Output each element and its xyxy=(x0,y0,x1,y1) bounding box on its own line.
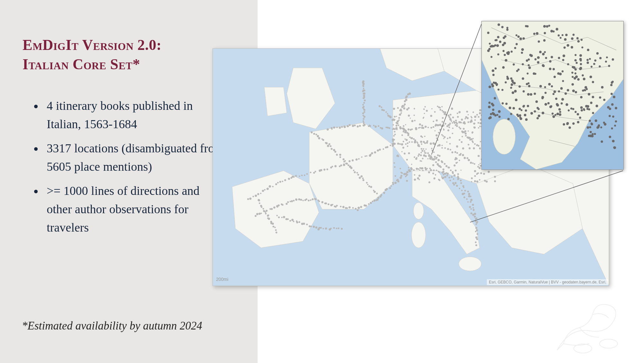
svg-point-434 xyxy=(475,220,477,222)
list-item: >= 1000 lines of directions and other au… xyxy=(43,182,238,237)
svg-point-459 xyxy=(336,154,338,156)
svg-point-127 xyxy=(255,195,257,197)
svg-point-457 xyxy=(333,149,335,151)
svg-point-1137 xyxy=(510,87,512,89)
svg-point-1093 xyxy=(556,103,558,106)
svg-point-788 xyxy=(442,117,443,119)
svg-point-1015 xyxy=(525,110,527,112)
svg-point-485 xyxy=(278,216,280,218)
svg-point-405 xyxy=(441,161,443,163)
svg-point-938 xyxy=(556,28,558,31)
svg-point-760 xyxy=(405,124,406,125)
svg-point-665 xyxy=(429,181,431,183)
svg-point-1185 xyxy=(512,91,514,94)
svg-point-189 xyxy=(405,143,407,145)
svg-point-399 xyxy=(431,157,432,158)
svg-point-433 xyxy=(476,222,478,224)
svg-point-535 xyxy=(458,121,460,123)
svg-point-646 xyxy=(478,164,479,165)
svg-point-585 xyxy=(403,105,405,107)
svg-point-847 xyxy=(479,126,480,127)
map-inset-italy xyxy=(481,21,624,170)
svg-point-429 xyxy=(473,209,475,211)
svg-point-974 xyxy=(538,115,540,117)
svg-point-364 xyxy=(450,119,452,121)
svg-point-647 xyxy=(407,146,408,147)
svg-point-754 xyxy=(393,124,394,125)
svg-point-1193 xyxy=(528,85,530,87)
svg-point-772 xyxy=(411,164,412,165)
svg-point-882 xyxy=(420,141,421,142)
svg-point-818 xyxy=(457,162,458,163)
svg-point-1178 xyxy=(577,113,579,115)
svg-point-425 xyxy=(470,199,473,201)
svg-point-1008 xyxy=(502,66,505,69)
svg-point-719 xyxy=(462,131,464,133)
svg-point-235 xyxy=(349,124,351,126)
svg-point-239 xyxy=(359,125,361,127)
svg-point-214 xyxy=(460,153,462,155)
list-item: 3317 locations (disambiguated from 5605 … xyxy=(43,139,238,176)
svg-point-97 xyxy=(430,169,432,171)
svg-point-46 xyxy=(340,206,342,207)
svg-point-876 xyxy=(469,139,471,140)
svg-point-264 xyxy=(415,128,417,130)
svg-point-956 xyxy=(505,103,507,105)
svg-point-96 xyxy=(429,168,431,169)
svg-point-654 xyxy=(470,119,472,121)
svg-point-208 xyxy=(447,148,449,150)
svg-point-763 xyxy=(473,148,475,149)
svg-point-816 xyxy=(408,107,410,109)
svg-point-521 xyxy=(263,210,265,212)
svg-point-689 xyxy=(413,115,415,116)
svg-point-541 xyxy=(476,114,478,116)
svg-point-1074 xyxy=(611,81,614,83)
svg-point-949 xyxy=(488,106,491,108)
svg-point-824 xyxy=(408,152,410,154)
svg-point-1065 xyxy=(586,59,589,61)
svg-point-271 xyxy=(432,126,434,128)
svg-point-862 xyxy=(411,120,413,122)
watermark-icon xyxy=(551,295,634,357)
svg-point-89 xyxy=(418,168,419,170)
svg-point-679 xyxy=(468,144,469,145)
svg-point-875 xyxy=(444,136,446,138)
svg-point-491 xyxy=(291,219,294,221)
svg-point-1055 xyxy=(516,34,517,36)
svg-point-1196 xyxy=(552,115,555,118)
svg-point-178 xyxy=(379,148,381,150)
svg-point-486 xyxy=(281,217,282,218)
svg-point-12 xyxy=(273,206,276,209)
svg-point-422 xyxy=(468,193,470,195)
svg-point-1209 xyxy=(574,344,592,353)
svg-point-332 xyxy=(417,142,419,144)
svg-point-910 xyxy=(545,103,547,106)
svg-point-492 xyxy=(293,221,295,222)
svg-point-1120 xyxy=(544,32,546,34)
svg-point-219 xyxy=(470,162,472,164)
svg-point-1195 xyxy=(525,25,527,27)
svg-point-574 xyxy=(396,125,397,127)
svg-point-982 xyxy=(533,33,535,35)
svg-point-159 xyxy=(332,166,333,167)
svg-point-706 xyxy=(478,116,479,118)
svg-point-1199 xyxy=(592,112,594,114)
svg-point-834 xyxy=(419,179,420,180)
svg-point-506 xyxy=(323,228,324,229)
svg-point-1067 xyxy=(611,93,613,95)
svg-point-713 xyxy=(474,119,476,121)
svg-point-841 xyxy=(441,121,443,122)
svg-point-954 xyxy=(567,89,569,91)
svg-point-495 xyxy=(298,221,300,223)
svg-point-854 xyxy=(404,139,406,140)
svg-point-657 xyxy=(430,158,431,160)
svg-point-1189 xyxy=(573,66,575,69)
svg-point-578 xyxy=(398,117,400,119)
svg-point-639 xyxy=(451,176,453,178)
svg-point-637 xyxy=(441,106,443,107)
svg-point-509 xyxy=(330,228,332,229)
svg-point-1009 xyxy=(510,77,512,80)
svg-point-190 xyxy=(407,142,408,144)
svg-point-623 xyxy=(362,81,365,83)
svg-point-409 xyxy=(450,169,451,171)
